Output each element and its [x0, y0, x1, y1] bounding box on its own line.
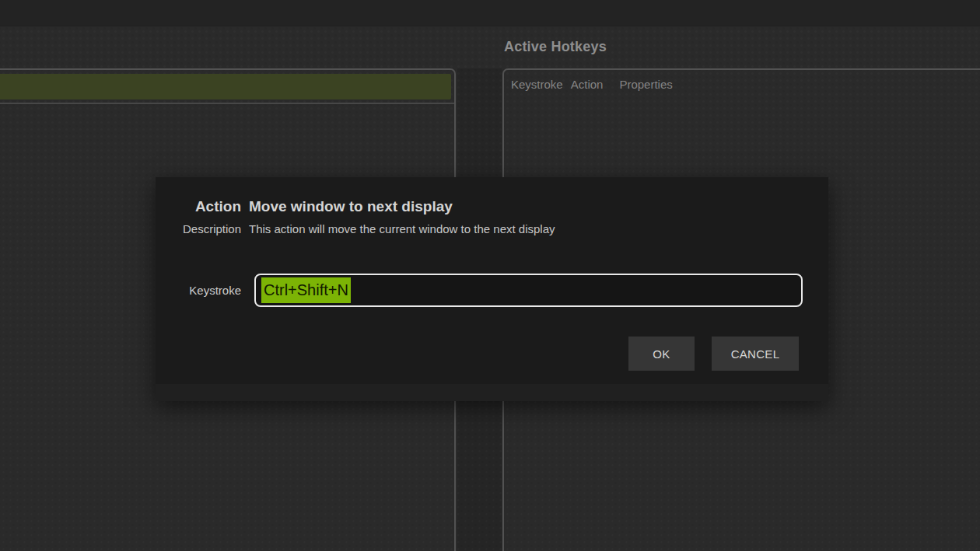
cancel-button[interactable]: CANCEL — [712, 337, 799, 371]
window-titlebar — [0, 0, 980, 26]
description-row: Description This action will move the cu… — [156, 221, 807, 236]
action-title-row: Action Move window to next display — [156, 197, 807, 216]
ok-button[interactable]: OK — [628, 337, 695, 371]
action-value: Move window to next display — [249, 197, 453, 216]
keystroke-input[interactable]: Ctrl+Shift+N — [254, 274, 803, 307]
hotkey-edit-dialog: Action Move window to next display Descr… — [156, 177, 828, 401]
column-header-properties: Properties — [619, 78, 672, 91]
column-header-keystroke: Keystroke — [511, 78, 563, 91]
active-hotkeys-heading: Active Hotkeys — [504, 39, 607, 55]
selected-action-row[interactable] — [0, 74, 451, 99]
keystroke-selected-text: Ctrl+Shift+N — [261, 277, 351, 303]
action-label: Action — [156, 197, 241, 216]
active-hotkeys-column-headers: Keystroke Action Properties — [504, 70, 980, 91]
column-header-action: Action — [571, 78, 604, 91]
keystroke-row: Keystroke Ctrl+Shift+N — [156, 274, 807, 307]
description-label: Description — [156, 221, 241, 236]
keystroke-label: Keystroke — [156, 284, 241, 297]
list-divider — [0, 103, 454, 104]
description-value: This action will move the current window… — [249, 221, 555, 236]
